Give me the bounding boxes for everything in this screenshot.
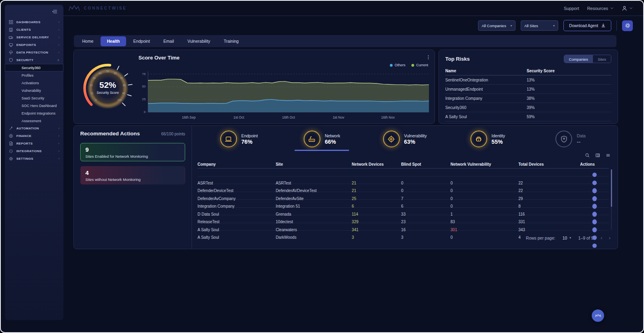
top-risk-row[interactable]: A Salty Soul 59% — [445, 112, 611, 121]
connectwise-assistant-button[interactable] — [592, 309, 604, 322]
target-icon — [387, 135, 395, 143]
action-card-danger[interactable]: 4 Sites without Network Monitoring — [80, 166, 185, 184]
action-cards: 9 Sites Enabled for Network Monitoring 4… — [80, 143, 185, 184]
cell-network-vulnerability: 0 — [450, 188, 518, 193]
svg-text:20: 20 — [90, 84, 93, 87]
cell-total-devices: 22 — [518, 188, 580, 193]
cell-site: DefenderAVDeviceTest — [276, 188, 352, 193]
sidebar-item-security[interactable]: SECURITY ∨ — [5, 56, 63, 64]
top-risk-row[interactable]: SentinelOneOntegration 13% — [445, 75, 611, 85]
metric-tab-identity[interactable]: Identity 55% — [446, 127, 529, 151]
sidebar-item-dashboards[interactable]: DASHBOARDS › — [5, 18, 63, 26]
cell-site: 10dectest — [276, 220, 352, 224]
sidebar-item-service-delivery[interactable]: SERVICE DELIVERY › — [5, 34, 63, 41]
chevron-down-icon: ∨ — [57, 58, 59, 62]
chevron-right-icon: › — [58, 142, 59, 145]
cell-blind-spot: 0 — [401, 188, 450, 193]
user-menu[interactable] — [622, 6, 633, 11]
svg-text:80: 80 — [123, 84, 126, 87]
person-icon — [622, 6, 627, 11]
cell-total-devices: 4 — [518, 235, 580, 240]
support-link[interactable]: Support — [564, 6, 579, 11]
sidebar-subitem-endpoint-integrations[interactable]: Endpoint Integrations — [5, 109, 63, 117]
svg-text:100: 100 — [117, 99, 122, 101]
tab-home[interactable]: Home — [76, 36, 100, 46]
cell-site: Integration 51 — [276, 204, 352, 208]
clients-icon — [9, 28, 13, 32]
tab-training[interactable]: Training — [217, 36, 245, 46]
chevron-right-icon: › — [58, 51, 59, 54]
companies-select[interactable]: All Companies▾ — [478, 20, 516, 31]
sidebar-item-reports[interactable]: REPORTS › — [5, 140, 63, 147]
sidebar-subitem-security360[interactable]: Security360 — [5, 64, 63, 71]
cell-total-devices: 22 — [518, 181, 580, 185]
sidebar-subitem-profiles[interactable]: Profiles — [5, 71, 63, 79]
score-over-time-title: Score Over Time — [138, 55, 180, 61]
sidebar-item-endpoints[interactable]: ENDPOINTS › — [5, 41, 63, 49]
metrics-panel: Endpoint 76% Network 66% Vulnerability 6… — [192, 126, 618, 249]
toggle-sites[interactable]: Sites — [593, 55, 611, 63]
svg-text:16th Nov: 16th Nov — [381, 115, 395, 119]
metric-tab-endpoint[interactable]: Endpoint 76% — [198, 127, 281, 151]
action-card-success[interactable]: 9 Sites Enabled for Network Monitoring — [80, 143, 185, 161]
density-icon[interactable] — [606, 153, 610, 158]
metric-tab-network[interactable]: Network 66% — [281, 127, 363, 151]
top-risk-row[interactable]: UnmanagedEndpoint 13% — [445, 85, 611, 94]
risk-name: A Salty Soul — [445, 115, 527, 119]
sites-select[interactable]: All Sites▾ — [521, 20, 558, 31]
top-risks-card: Top Risks Companies Sites NameSecurity S… — [439, 50, 618, 124]
score-over-time-card: 010203040506070809010052%Security Score … — [73, 50, 435, 124]
sidebar-item-integrations[interactable]: INTEGRATIONS › — [5, 147, 63, 155]
svg-text:0: 0 — [95, 99, 97, 101]
card-menu-button[interactable] — [426, 54, 431, 60]
chart-legend: Others Current — [390, 63, 428, 67]
sidebar-subitem-assessment[interactable]: Assessment — [5, 117, 63, 125]
collapse-sidebar-icon[interactable] — [52, 9, 58, 14]
download-agent-button[interactable]: Download Agent — [563, 20, 611, 31]
filter-toolbar: All Companies▾ All Sites▾ Download Agent — [63, 16, 643, 35]
risk-score: 13% — [527, 87, 611, 91]
scrollbar-thumb[interactable] — [611, 169, 612, 207]
sidebar-subitem-soc-hero-dashboard[interactable]: SOC Hero Dashboard — [5, 102, 63, 109]
cell-total-devices: 8 — [518, 204, 580, 208]
sidebar-item-clients[interactable]: CLIENTS › — [5, 26, 63, 34]
connectwise-logo: CONNECTWISE — [68, 4, 127, 12]
top-risks-title: Top Risks — [445, 56, 470, 62]
metric-tab-vulnerability[interactable]: Vulnerability 63% — [363, 127, 446, 151]
metric-tab-data[interactable]: Data -- — [529, 127, 612, 151]
tab-vulnerability[interactable]: Vulnerability — [181, 36, 217, 46]
top-risk-row[interactable]: Security360 39% — [445, 103, 611, 112]
search-icon[interactable] — [585, 153, 590, 158]
next-page-button[interactable]: › — [609, 235, 610, 241]
tab-health[interactable]: Health — [101, 36, 126, 46]
toggle-companies[interactable]: Companies — [564, 55, 593, 63]
grid-icon — [9, 20, 13, 24]
cell-blind-spot: 3 — [401, 235, 450, 240]
sidebar-subitem-activations[interactable]: Activations — [5, 79, 63, 87]
sidebar-item-settings[interactable]: SETTINGS › — [5, 155, 63, 163]
sidebar-item-data-protection[interactable]: DATA PROTECTION › — [5, 49, 63, 56]
cell-company: D Data Soul — [198, 212, 276, 216]
chevron-right-icon: › — [58, 134, 59, 138]
top-risk-row[interactable]: Integration Company 38% — [445, 94, 611, 103]
resources-menu[interactable]: Resources — [587, 6, 614, 11]
cell-company: ASRTest — [198, 181, 276, 185]
row-actions-button[interactable] — [580, 223, 609, 252]
router-icon — [308, 135, 316, 143]
table-toolbar — [198, 151, 612, 159]
settings-button[interactable] — [622, 20, 633, 31]
table-row[interactable]: ASRTest ASRTest 21 0 0 22 — [198, 168, 609, 176]
tab-email[interactable]: Email — [157, 36, 180, 46]
sidebar-subitem-saas-security[interactable]: SaaS Security — [5, 94, 63, 102]
tab-endpoint[interactable]: Endpoint — [127, 36, 156, 46]
cell-network-vulnerability: 0 — [450, 181, 518, 185]
sidebar-item-automation[interactable]: AUTOMATION › — [5, 125, 63, 132]
cell-network-vulnerability: 0 — [450, 204, 518, 208]
cell-network-devices: 21 — [352, 181, 401, 185]
chevron-down-icon — [629, 6, 633, 10]
cell-network-devices: 114 — [352, 212, 401, 216]
sidebar-item-finance[interactable]: FINANCE › — [5, 132, 63, 140]
cell-network-vulnerability: 1 — [450, 212, 518, 216]
columns-icon[interactable] — [595, 153, 600, 158]
sidebar-subitem-vulnerability[interactable]: Vulnerability — [5, 87, 63, 94]
